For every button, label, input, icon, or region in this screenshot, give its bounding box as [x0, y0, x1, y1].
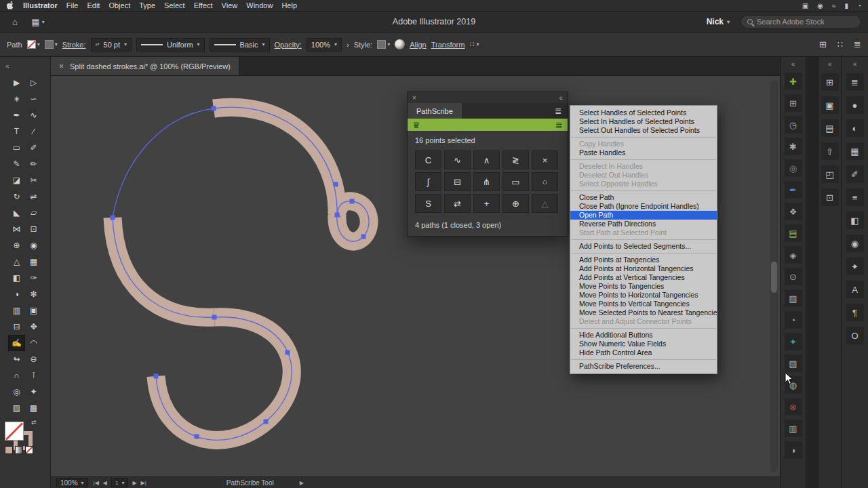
- menu-item-show-numeric-value-fields[interactable]: Show Numeric Value Fields: [570, 340, 717, 348]
- panel-dock-collapse-icon[interactable]: «: [853, 60, 857, 68]
- brush-definition-select[interactable]: Basic ▾: [210, 38, 270, 52]
- first-artboard-button[interactable]: |◀: [94, 480, 99, 486]
- flatten-point-button[interactable]: ∧: [473, 150, 500, 169]
- tab-close-icon[interactable]: ×: [59, 62, 64, 71]
- brushes-panel-icon[interactable]: ✐: [846, 165, 864, 183]
- dynamic-measure-tool[interactable]: ⊺: [25, 367, 42, 384]
- menu-item-move-selected-points-to-nearest-tangencies[interactable]: Move Selected Points to Nearest Tangenci…: [570, 308, 717, 317]
- selection-tool[interactable]: ▶: [8, 75, 25, 91]
- menu-item-select-opposite-handles[interactable]: Select Opposite Handles: [570, 180, 717, 188]
- opacity-link[interactable]: Opacity:: [275, 41, 302, 49]
- artwork-path-segment-3[interactable]: [156, 317, 292, 441]
- tangent-tool[interactable]: ∩: [8, 367, 25, 384]
- arrange-icon[interactable]: ∷: [837, 39, 843, 49]
- menu-item-add-points-at-tangencies[interactable]: Add Points at Tangencies: [570, 256, 717, 264]
- vertical-scrollbar-thumb[interactable]: [771, 262, 777, 293]
- fill-color-picker[interactable]: ▾: [27, 40, 40, 49]
- segment-select-button[interactable]: ⊟: [444, 172, 471, 191]
- menu-item-illustrator[interactable]: Illustrator: [23, 1, 58, 9]
- artboard-number-select[interactable]: 1 ▾: [111, 478, 128, 487]
- menu-item-start-path-at-selected-point[interactable]: Start Path at Selected Point: [570, 228, 717, 237]
- layers-panel-icon[interactable]: ▤: [821, 119, 839, 137]
- gradient-panel-icon[interactable]: ◧: [846, 211, 864, 229]
- menu-item-select-in-handles-of-selected-points[interactable]: Select In Handles of Selected Points: [570, 117, 717, 126]
- menu-item-hide-path-control-area[interactable]: Hide Path Control Area: [570, 348, 717, 357]
- last-artboard-button[interactable]: ▶|: [141, 480, 146, 486]
- apple-icon[interactable]: [7, 1, 14, 10]
- multi-handle-button[interactable]: ⋔: [473, 172, 500, 191]
- phantasm-panel-icon[interactable]: ⊙: [785, 268, 802, 285]
- align-objects-dropdown[interactable]: ∷ ▾: [469, 40, 479, 49]
- artwork-path-segment-1[interactable]: [214, 107, 369, 241]
- libraries-panel-icon[interactable]: ⊞: [821, 73, 839, 91]
- menu-item-deselect-out-handles[interactable]: Deselect Out Handles: [570, 171, 717, 180]
- menu-item-file[interactable]: File: [66, 1, 79, 9]
- scissors-tool[interactable]: ✂: [25, 172, 42, 188]
- recolor-artwork-icon[interactable]: [395, 39, 405, 49]
- graphic-styles-panel-icon[interactable]: ✦: [846, 258, 864, 275]
- stroke-panel-icon[interactable]: ≡: [846, 188, 864, 206]
- dynamic-corners-tool[interactable]: ◠: [25, 335, 42, 351]
- menu-item-close-path[interactable]: Close Path: [570, 193, 717, 202]
- stroke-link[interactable]: Stroke:: [62, 41, 86, 49]
- status-tool-indicator[interactable]: PathScribe Tool: [226, 479, 274, 487]
- graphic-style-select[interactable]: ▾: [377, 40, 390, 49]
- gradient-tool[interactable]: ◧: [8, 270, 25, 286]
- transform-link[interactable]: Transform: [431, 41, 465, 49]
- menu-item-move-points-to-vertical-tangencies[interactable]: Move Points to Vertical Tangencies: [570, 300, 717, 308]
- menu-item-select[interactable]: Select: [164, 1, 185, 9]
- menu-item-close-path-ignore-endpoint-handles[interactable]: Close Path (Ignore Endpoint Handles): [570, 202, 717, 211]
- rows-panel-icon[interactable]: ▥: [785, 420, 802, 437]
- panel-options-icon[interactable]: ≣: [854, 39, 861, 49]
- document-tab[interactable]: × Split dashed strokes.ai* @ 100% (RGB/P…: [51, 57, 239, 75]
- extend-path-tool[interactable]: ↬: [8, 351, 25, 367]
- texture-panel-icon[interactable]: ▧: [785, 289, 802, 307]
- perspective-grid-tool[interactable]: △: [8, 253, 25, 270]
- opentype-panel-icon[interactable]: O: [846, 327, 864, 344]
- previous-artboard-button[interactable]: ◀: [103, 480, 107, 486]
- none-mode-button[interactable]: [25, 446, 33, 454]
- color-mode-button[interactable]: [5, 446, 13, 454]
- paragraph-panel-icon[interactable]: ¶: [846, 304, 864, 321]
- circle-points-button[interactable]: ○: [532, 172, 558, 191]
- inkscribe-panel-icon[interactable]: ✒: [785, 181, 802, 199]
- autosaviour-panel-icon[interactable]: ◷: [785, 116, 802, 134]
- line-segment-tool[interactable]: ∕: [25, 123, 42, 140]
- stroke-color-picker[interactable]: ▾: [45, 40, 58, 49]
- gradient-mesh-tool[interactable]: ▨: [8, 400, 25, 416]
- vectorscribe-panel-icon[interactable]: ✚: [785, 73, 802, 90]
- swatches-panel-icon[interactable]: ▦: [846, 142, 864, 160]
- menu-item-effect[interactable]: Effect: [194, 1, 213, 9]
- rectangle-tool[interactable]: ▭: [8, 140, 25, 156]
- display-status-icon[interactable]: ▣: [802, 2, 808, 9]
- color-guide-panel-icon[interactable]: ◐: [846, 119, 864, 137]
- navigator-panel-icon[interactable]: ◰: [821, 165, 839, 183]
- panel-close-icon[interactable]: ×: [412, 94, 416, 102]
- fill-indicator-swatch[interactable]: [5, 422, 24, 441]
- mid-dock-collapse-icon[interactable]: «: [828, 60, 832, 68]
- zoom-level-select[interactable]: 100% ▾: [56, 478, 88, 487]
- type-tool[interactable]: T: [8, 123, 25, 140]
- gradient-mode-button[interactable]: [15, 446, 23, 454]
- rounded-rect-button[interactable]: ▭: [502, 172, 529, 191]
- wifi-icon[interactable]: ≈: [832, 2, 836, 9]
- menu-item-copy-handles[interactable]: Copy Handles: [570, 140, 717, 148]
- menu-item-add-points-at-vertical-tangencies[interactable]: Add Points at Vertical Tangencies: [570, 273, 717, 282]
- hatch-panel-icon[interactable]: ▨: [785, 354, 802, 372]
- home-icon[interactable]: ⌂: [7, 14, 23, 29]
- symbol-sprayer-tool[interactable]: ✻: [25, 286, 42, 302]
- pathscribe-tab[interactable]: PathScribe: [408, 103, 462, 119]
- live-paint-tool[interactable]: ◉: [25, 237, 42, 253]
- astute-buddy-panel-icon[interactable]: ✦: [785, 333, 802, 350]
- status-expand-arrow[interactable]: ▶: [300, 480, 304, 486]
- dot-status-icon[interactable]: ◉: [817, 2, 823, 9]
- stylism-panel-icon[interactable]: ✱: [785, 138, 802, 155]
- next-artboard-button[interactable]: ▶: [132, 480, 136, 486]
- character-panel-icon[interactable]: A: [846, 281, 864, 298]
- properties-panel-icon[interactable]: ≣: [846, 73, 864, 91]
- blend-tool[interactable]: ◑: [8, 286, 25, 302]
- toolbar-collapse-icon[interactable]: «: [5, 62, 9, 70]
- target-point-button[interactable]: ⊕: [502, 194, 529, 213]
- mesh-tool[interactable]: ▦: [25, 253, 42, 270]
- magic-wand-tool[interactable]: ∗: [8, 91, 25, 107]
